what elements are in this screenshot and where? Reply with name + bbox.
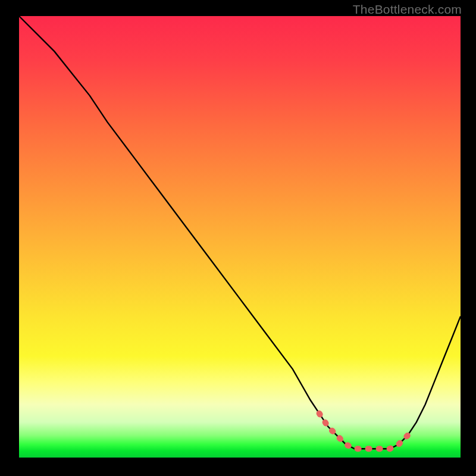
chart-svg — [19, 16, 461, 458]
trough-highlight — [320, 414, 408, 449]
bottleneck-curve — [19, 16, 461, 449]
chart-frame: TheBottleneck.com — [0, 0, 476, 476]
watermark-text: TheBottleneck.com — [353, 2, 462, 17]
